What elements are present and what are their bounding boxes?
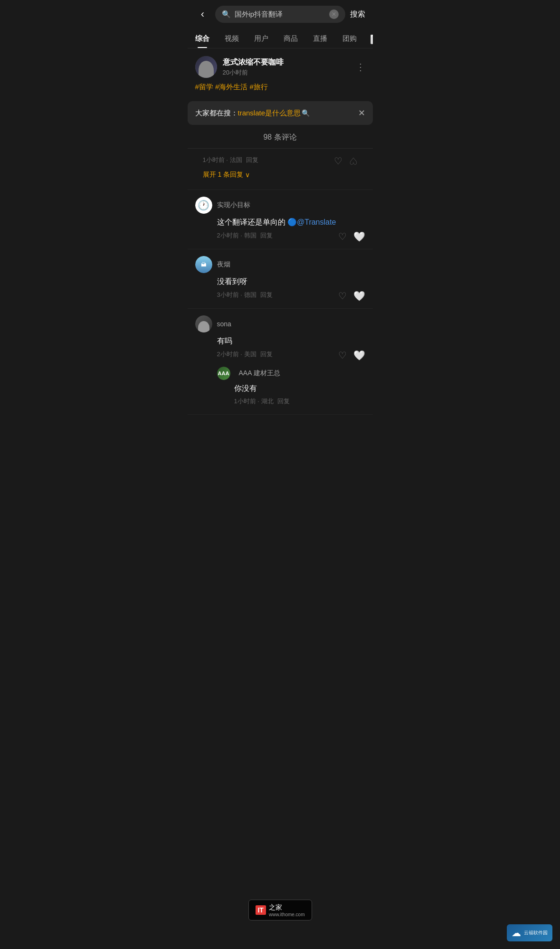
- comment-meta: 2小时前 · 美国 回复: [217, 350, 273, 359]
- search-bar[interactable]: 🔍 国外ip抖音翻译 ✕: [215, 6, 345, 23]
- tab-商品[interactable]: 商品: [276, 30, 305, 48]
- username: 意式浓缩不要咖啡: [223, 57, 350, 67]
- search-text: 国外ip抖音翻译: [235, 10, 325, 19]
- comment-username: sona: [217, 320, 231, 328]
- back-button[interactable]: ‹: [195, 8, 210, 20]
- comment-username: 实现小目标: [217, 201, 250, 209]
- video-card: 意式浓缩不要咖啡 20小时前 ⋮ #留学 #海外生活 #旅行: [188, 48, 373, 101]
- like-button[interactable]: ♡: [334, 155, 342, 167]
- comment-username: 夜烟: [217, 260, 230, 269]
- comment-time: 2小时前 · 韩国: [217, 231, 256, 240]
- avatar: 🕐: [195, 197, 212, 214]
- comment-time: 1小时前 · 法国: [203, 156, 242, 164]
- comment-item: sona 有吗 2小时前 · 美国 回复 ♡ 🤍 AAA AAA 建: [188, 309, 373, 415]
- avatar: [195, 56, 217, 78]
- dislike-button[interactable]: 🤍: [353, 350, 365, 361]
- avatar: 🏔: [195, 256, 212, 273]
- comment-item: 1小时前 · 法国 回复 ♡ ♡ 展开 1 条回复 ∨: [188, 149, 373, 190]
- chevron-down-icon: ∨: [245, 171, 250, 179]
- category-tabs: 综合 视频 用户 商品 直播 团购 ⬜ ⚡: [188, 28, 373, 48]
- user-info: 意式浓缩不要咖啡 20小时前: [223, 57, 350, 77]
- reply-thread: AAA AAA 建材王总 你没有 1小时前 · 湖北 回复: [195, 367, 365, 406]
- comment-actions: ♡ 🤍: [338, 290, 365, 302]
- clock-avatar: 🕐: [195, 197, 212, 214]
- tab-综合[interactable]: 综合: [188, 30, 217, 48]
- comment-text-main: 这个翻译还是单向的: [217, 218, 285, 226]
- hashtags: #留学 #海外生活 #旅行: [195, 83, 365, 94]
- search-icon: 🔍: [222, 10, 231, 19]
- more-button[interactable]: ⋮: [356, 61, 365, 73]
- comments-section: 98 条评论 1小时前 · 法国 回复 ♡ ♡ 展开 1 条回复 ∨: [188, 125, 373, 415]
- comment-actions: ♡ 🤍: [338, 350, 365, 361]
- tab-直播[interactable]: 直播: [305, 30, 335, 48]
- search-small-icon: 🔍: [302, 109, 310, 117]
- reply-button[interactable]: 回复: [260, 231, 273, 240]
- comment-text: 有吗: [217, 335, 365, 347]
- green-avatar: AAA: [217, 367, 230, 380]
- tab-视频[interactable]: 视频: [217, 30, 247, 48]
- tabs-row: 综合 视频 用户 商品 直播 团购 ⬜ ⚡: [188, 28, 373, 48]
- comment-header: 🕐 实现小目标: [195, 197, 365, 214]
- comment-minimal: 1小时前 · 法国 回复 ♡ ♡ 展开 1 条回复 ∨: [195, 155, 365, 187]
- expand-replies-label: 展开 1 条回复: [203, 171, 244, 179]
- reply-time: 1小时前 · 湖北: [234, 397, 274, 406]
- comment-time: 3小时前 · 德国: [217, 291, 256, 299]
- comment-time: 2小时前 · 美国: [217, 350, 256, 359]
- comment-item: 🏔 夜烟 没看到呀 3小时前 · 德国 回复 ♡ 🤍: [188, 249, 373, 309]
- popular-keyword[interactable]: translate是什么意思: [238, 109, 301, 117]
- comment-meta: 1小时前 · 法国 回复: [203, 156, 258, 164]
- popular-prefix: 大家都在搜：: [195, 109, 238, 117]
- dislike-button[interactable]: 🤍: [353, 290, 365, 302]
- popular-search-text: 大家都在搜：translate是什么意思🔍: [195, 109, 310, 118]
- person-avatar: [195, 315, 212, 332]
- popular-search-banner: 大家都在搜：translate是什么意思🔍 ✕: [188, 101, 373, 125]
- comment-item: 🕐 实现小目标 这个翻译还是单向的 🔵@Translate 2小时前 · 韩国 …: [188, 190, 373, 249]
- like-button[interactable]: ♡: [338, 231, 347, 242]
- expand-replies-button[interactable]: 展开 1 条回复 ∨: [203, 167, 358, 181]
- sky-avatar: 🏔: [195, 256, 212, 273]
- comment-meta: 2小时前 · 韩国 回复: [217, 231, 273, 240]
- comments-count: 98 条评论: [188, 125, 373, 149]
- reply-button[interactable]: 回复: [246, 156, 258, 164]
- layout-icon[interactable]: ⬜: [370, 34, 373, 45]
- tab-用户[interactable]: 用户: [247, 30, 276, 48]
- reply-button[interactable]: 回复: [260, 350, 273, 359]
- video-header: 意式浓缩不要咖啡 20小时前 ⋮: [195, 56, 365, 78]
- header: ‹ 🔍 国外ip抖音翻译 ✕ 搜索: [188, 0, 373, 28]
- search-clear-button[interactable]: ✕: [329, 9, 339, 19]
- dislike-button[interactable]: 🤍: [353, 231, 365, 242]
- tab-icons: ⬜ ⚡: [364, 30, 373, 48]
- avatar: [195, 315, 212, 332]
- comment-text: 没看到呀: [217, 276, 365, 287]
- comment-header: sona: [195, 315, 365, 332]
- comment-actions: ♡ ♡: [334, 155, 358, 167]
- search-button[interactable]: 搜索: [350, 9, 365, 19]
- comment-text: 这个翻译还是单向的 🔵@Translate: [217, 217, 365, 228]
- time-ago: 20小时前: [223, 68, 350, 77]
- reply-avatar: AAA: [217, 367, 230, 380]
- tab-团购[interactable]: 团购: [335, 30, 364, 48]
- translate-link[interactable]: 🔵@Translate: [287, 218, 336, 226]
- reply-body: 你没有 1小时前 · 湖北 回复: [217, 383, 365, 406]
- comment-body: 这个翻译还是单向的 🔵@Translate 2小时前 · 韩国 回复 ♡ 🤍: [195, 217, 365, 242]
- comment-body: 没看到呀 3小时前 · 德国 回复 ♡ 🤍: [195, 276, 365, 302]
- reply-button[interactable]: 回复: [277, 397, 290, 406]
- reply-meta: 1小时前 · 湖北 回复: [234, 397, 365, 406]
- reply-text: 你没有: [234, 383, 365, 394]
- comment-meta: 3小时前 · 德国 回复: [217, 291, 273, 299]
- like-button[interactable]: ♡: [338, 290, 347, 302]
- close-banner-button[interactable]: ✕: [358, 108, 365, 118]
- reply-header: AAA AAA 建材王总: [217, 367, 365, 380]
- like-button[interactable]: ♡: [338, 350, 347, 361]
- comment-actions: ♡ 🤍: [338, 231, 365, 242]
- comment-body: 有吗 2小时前 · 美国 回复 ♡ 🤍: [195, 335, 365, 361]
- dislike-button[interactable]: ♡: [349, 155, 358, 167]
- reply-button[interactable]: 回复: [260, 291, 273, 299]
- reply-username: AAA 建材王总: [239, 369, 280, 378]
- comment-header: 🏔 夜烟: [195, 256, 365, 273]
